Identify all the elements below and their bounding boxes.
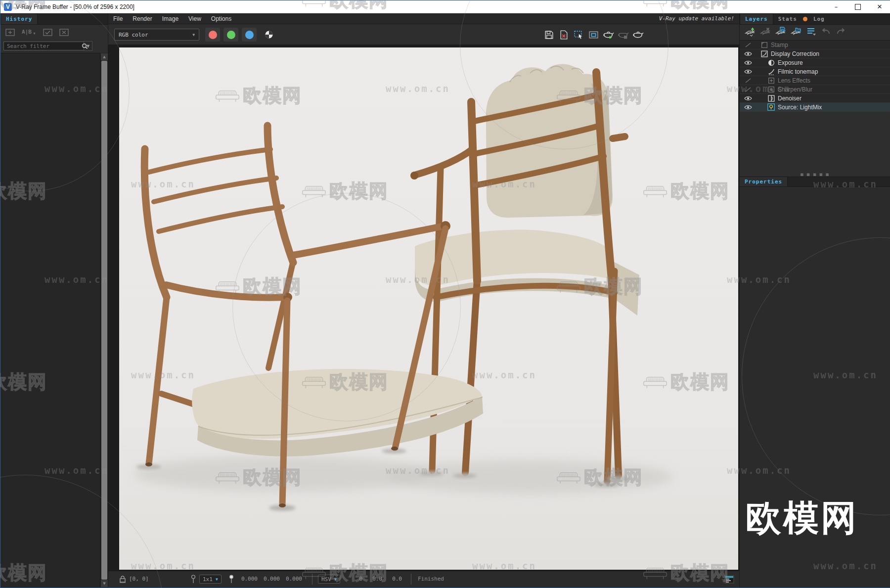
visibility-eye-icon[interactable] bbox=[743, 60, 754, 66]
history-tabrow: History bbox=[0, 13, 108, 25]
search-filter-input[interactable] bbox=[3, 42, 90, 50]
history-scrollbar[interactable]: ▲ ▼ bbox=[100, 53, 108, 588]
tab-stats[interactable]: Stats bbox=[773, 13, 802, 24]
main-area: FileRenderImageViewOptions V-Ray update … bbox=[108, 13, 739, 588]
visibility-eye-icon[interactable] bbox=[743, 104, 754, 110]
visibility-eye-icon[interactable] bbox=[743, 51, 754, 57]
add-layer-button[interactable] bbox=[745, 27, 756, 37]
visibility-disabled-icon[interactable] bbox=[743, 78, 754, 84]
delete-layer-button[interactable] bbox=[760, 27, 771, 37]
layer-row-lightmix[interactable]: Source: LightMix bbox=[740, 103, 890, 112]
window-controls: – ✕ bbox=[825, 0, 890, 13]
layer-label: Sharpen/Blur bbox=[778, 86, 812, 93]
filmic-tonemap-icon bbox=[767, 68, 775, 75]
region-render-button[interactable] bbox=[587, 28, 600, 41]
render-last-button[interactable] bbox=[602, 28, 615, 41]
interactive-render-button[interactable] bbox=[617, 28, 629, 41]
close-button[interactable]: ✕ bbox=[869, 0, 890, 13]
menu-item-image[interactable]: Image bbox=[157, 15, 183, 22]
red-channel-button[interactable] bbox=[205, 28, 220, 42]
titlebar: V V-Ray Frame Buffer - [50.0% of 2596 x … bbox=[0, 0, 890, 13]
maximize-button[interactable] bbox=[847, 0, 869, 13]
menu-item-view[interactable]: View bbox=[183, 15, 206, 22]
history-save-button[interactable] bbox=[5, 28, 15, 36]
scroll-up-button[interactable]: ▲ bbox=[101, 53, 108, 60]
green-channel-button[interactable] bbox=[223, 28, 238, 42]
stamp-icon bbox=[760, 41, 768, 48]
lens-effects-icon bbox=[767, 77, 775, 84]
color-wheel-icon bbox=[265, 30, 273, 39]
pin-icon[interactable] bbox=[191, 575, 196, 584]
color-mode-dropdown[interactable]: HSV ▼ bbox=[318, 575, 340, 584]
redo-icon[interactable] bbox=[836, 27, 846, 36]
visibility-eye-icon[interactable] bbox=[743, 95, 754, 101]
save-layer-tree-button[interactable] bbox=[775, 27, 786, 37]
pin-icon[interactable] bbox=[229, 575, 234, 584]
layer-row-denoiser[interactable]: Denoiser bbox=[740, 94, 890, 103]
load-layer-tree-button[interactable] bbox=[791, 27, 801, 37]
search-row: ▼ bbox=[3, 41, 92, 51]
chevron-down-icon: ▼ bbox=[334, 577, 337, 582]
layer-row-filmic-tonemap[interactable]: Filmic tonemap bbox=[740, 67, 890, 76]
tab-properties[interactable]: Properties bbox=[740, 177, 788, 186]
undo-icon[interactable] bbox=[821, 27, 831, 36]
layer-row-sharpen-blur[interactable]: Sharpen/Blur bbox=[740, 85, 890, 94]
chevron-down-icon: ▼ bbox=[216, 577, 218, 582]
history-set-a-button[interactable] bbox=[43, 28, 52, 36]
pixel-lock-icon[interactable] bbox=[119, 575, 126, 583]
history-remove-button[interactable] bbox=[59, 28, 69, 36]
blue-channel-button[interactable] bbox=[242, 28, 257, 42]
history-compare-ab-button[interactable]: A|B ▼ bbox=[22, 29, 36, 35]
clear-image-button[interactable] bbox=[557, 28, 570, 41]
layer-row-exposure[interactable]: Exposure bbox=[740, 58, 890, 67]
visibility-disabled-icon[interactable] bbox=[743, 87, 754, 92]
properties-body bbox=[740, 187, 890, 588]
follow-mouse-button[interactable] bbox=[572, 28, 585, 41]
visibility-disabled-icon[interactable] bbox=[743, 42, 754, 48]
pixel-value-g: 0.000 bbox=[260, 576, 280, 582]
layer-label: Display Correction bbox=[771, 50, 819, 57]
scroll-down-button[interactable]: ▼ bbox=[101, 580, 108, 587]
menu-item-file[interactable]: File bbox=[108, 15, 128, 22]
color-value-s: 0.0 bbox=[366, 576, 382, 582]
history-toolbar: A|B ▼ bbox=[0, 24, 108, 39]
menu-item-render[interactable]: Render bbox=[128, 15, 157, 22]
menu-item-options[interactable]: Options bbox=[206, 15, 236, 22]
lightmix-icon bbox=[767, 103, 775, 111]
minimize-button[interactable]: – bbox=[825, 0, 847, 13]
tab-log[interactable]: Log bbox=[808, 13, 830, 24]
scrollbar-thumb[interactable] bbox=[101, 61, 107, 580]
panel-splitter[interactable]: ■ ■ ■ ■ ■ bbox=[740, 173, 890, 177]
history-list[interactable] bbox=[0, 53, 100, 588]
sharpen-blur-icon bbox=[767, 86, 775, 93]
layer-label: Denoiser bbox=[778, 95, 801, 102]
vray-logo-icon: V bbox=[4, 3, 12, 11]
layer-label: Lens Effects bbox=[778, 77, 810, 84]
statusbar: [0, 0] 1x1 ▼ 0.000 0.000 0.000 HSV ▼ 0 0… bbox=[108, 571, 739, 588]
layer-presets-button[interactable] bbox=[806, 27, 817, 37]
layer-list: StampDisplay CorrectionExposureFilmic to… bbox=[740, 40, 890, 112]
save-image-button[interactable] bbox=[542, 28, 555, 41]
update-notice-link[interactable]: V-Ray update available! bbox=[659, 15, 739, 22]
stamp-editor-button[interactable] bbox=[724, 575, 734, 584]
render-image[interactable] bbox=[119, 47, 738, 570]
layer-row-stamp[interactable]: Stamp bbox=[740, 41, 890, 49]
exposure-icon bbox=[767, 59, 775, 66]
mono-channel-button[interactable] bbox=[262, 28, 276, 42]
green-channel-icon bbox=[227, 31, 235, 39]
channel-select-dropdown[interactable]: RGB color ▼ bbox=[114, 29, 199, 41]
color-value-v: 0.0 bbox=[386, 576, 402, 582]
maximize-icon bbox=[855, 4, 861, 10]
tab-layers[interactable]: Layers bbox=[740, 13, 773, 24]
red-channel-icon bbox=[209, 31, 217, 39]
layer-row-lens-effects[interactable]: Lens Effects bbox=[740, 76, 890, 85]
vray-frame-buffer-window: V V-Ray Frame Buffer - [50.0% of 2596 x … bbox=[0, 0, 890, 588]
layer-label: Exposure bbox=[778, 59, 803, 66]
pixel-ratio-dropdown[interactable]: 1x1 ▼ bbox=[199, 575, 222, 584]
layer-row-display-correction[interactable]: Display Correction bbox=[740, 49, 890, 58]
pixel-value-b: 0.000 bbox=[282, 576, 302, 582]
tab-history[interactable]: History bbox=[0, 13, 38, 24]
layers-toolbar bbox=[740, 24, 890, 39]
stop-render-button[interactable] bbox=[631, 28, 644, 41]
visibility-eye-icon[interactable] bbox=[743, 69, 754, 75]
